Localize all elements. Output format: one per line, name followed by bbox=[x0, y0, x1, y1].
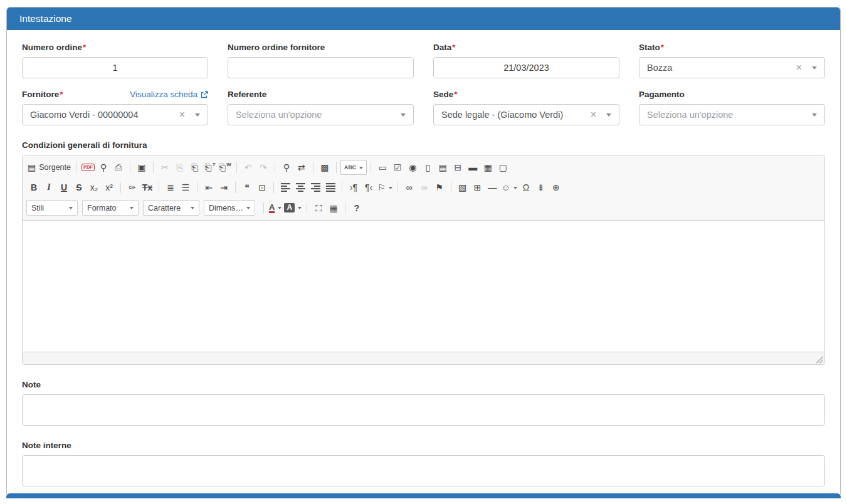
spell-check-button[interactable]: ABC bbox=[340, 160, 367, 175]
smiley-button[interactable]: ☺ bbox=[500, 180, 518, 195]
italic-button[interactable]: I bbox=[41, 180, 56, 195]
subscript-button[interactable]: x₂ bbox=[87, 180, 102, 195]
copy-formatting-button[interactable]: ✑ bbox=[125, 180, 140, 195]
div-container-button[interactable]: ⊡ bbox=[255, 180, 270, 195]
text-field-button[interactable]: ▯ bbox=[420, 160, 435, 175]
required-asterisk: * bbox=[452, 43, 455, 52]
checkbox-button[interactable]: ☑ bbox=[390, 160, 405, 175]
templates-button[interactable]: ▣ bbox=[134, 160, 149, 175]
language-button[interactable]: ⚐ bbox=[376, 180, 394, 195]
maximize-button[interactable]: ⛶ bbox=[311, 201, 326, 216]
sede-select[interactable]: Sede legale - (Giacomo Verdi) × bbox=[433, 104, 619, 125]
iframe-button[interactable]: ⊕ bbox=[549, 180, 564, 195]
text-direction-rtl-button[interactable]: ¶‹ bbox=[361, 180, 376, 195]
find-icon: ⚲ bbox=[283, 163, 290, 172]
cut-button[interactable]: ✂ bbox=[157, 160, 172, 175]
page-break-button[interactable]: ⇟ bbox=[534, 180, 549, 195]
text-color-button[interactable]: A bbox=[268, 201, 283, 216]
chevron-down-icon bbox=[812, 66, 817, 72]
align-center-button[interactable] bbox=[293, 180, 308, 195]
print-button[interactable]: ⎙ bbox=[111, 160, 126, 175]
special-character-button[interactable]: Ω bbox=[518, 180, 534, 195]
decrease-indent-button[interactable]: ⇤ bbox=[201, 180, 216, 195]
radio-button-button[interactable]: ◉ bbox=[405, 160, 420, 175]
chevron-down-icon bbox=[359, 167, 363, 171]
link-button[interactable]: ∞ bbox=[402, 180, 417, 195]
font-combo[interactable]: Carattere bbox=[143, 200, 199, 216]
strikethrough-button[interactable]: S bbox=[71, 180, 87, 195]
source-label: Sorgente bbox=[39, 163, 71, 172]
remove-format-button[interactable]: Tx bbox=[140, 180, 155, 195]
blockquote-button[interactable]: ❝ bbox=[239, 180, 255, 195]
image-button-button[interactable]: ▦ bbox=[480, 160, 495, 175]
unlink-button[interactable]: ∞ bbox=[417, 180, 432, 195]
redo-button[interactable]: ↷ bbox=[256, 160, 271, 175]
select-all-button[interactable]: ▩ bbox=[317, 160, 332, 175]
image-button[interactable]: ▧ bbox=[455, 180, 470, 195]
button-field-button[interactable]: ▬ bbox=[465, 160, 480, 175]
form-button[interactable]: ▭ bbox=[375, 160, 390, 175]
paste-as-text-button[interactable]: ⎗T bbox=[203, 160, 218, 175]
clear-icon[interactable]: × bbox=[591, 110, 596, 120]
textarea-field-button[interactable]: ▤ bbox=[435, 160, 450, 175]
anchor-icon: ⚑ bbox=[435, 183, 443, 192]
chevron-down-icon bbox=[606, 113, 611, 119]
hidden-field-button[interactable]: ▢ bbox=[495, 160, 510, 175]
stato-selected-value: Bozza bbox=[647, 63, 791, 73]
copy-button[interactable]: ⎘ bbox=[172, 160, 187, 175]
bulleted-list-button[interactable]: ☰ bbox=[178, 180, 193, 195]
fornitore-select[interactable]: Giacomo Verdi - 00000004 × bbox=[22, 104, 208, 125]
panel-header: Intestazione bbox=[7, 8, 840, 30]
note-interne-input[interactable] bbox=[22, 455, 825, 486]
increase-indent-button[interactable]: ⇥ bbox=[216, 180, 231, 195]
numero-ordine-fornitore-input[interactable] bbox=[228, 57, 414, 78]
undo-button[interactable]: ↶ bbox=[241, 160, 256, 175]
pagamento-select[interactable]: Seleziona un'opzione bbox=[639, 104, 825, 125]
background-color-button[interactable]: A bbox=[283, 201, 303, 216]
next-panel-header-strip[interactable] bbox=[6, 493, 841, 498]
paste-button[interactable]: ⎗ bbox=[187, 160, 203, 175]
source-button[interactable]: ▤Sorgente bbox=[26, 160, 72, 175]
stato-label: Stato* bbox=[639, 43, 825, 53]
align-left-button[interactable] bbox=[278, 180, 293, 195]
about-button[interactable]: ? bbox=[349, 201, 364, 216]
align-justify-button[interactable] bbox=[323, 180, 338, 195]
horizontal-rule-button[interactable]: ― bbox=[485, 180, 500, 195]
preview-button[interactable]: ⚲ bbox=[96, 160, 111, 175]
note-input[interactable] bbox=[22, 394, 825, 426]
visualizza-scheda-link[interactable]: Visualizza scheda bbox=[130, 90, 208, 100]
data-input[interactable] bbox=[433, 57, 619, 78]
bold-button[interactable]: B bbox=[26, 180, 41, 195]
referente-select[interactable]: Seleziona un'opzione bbox=[228, 104, 414, 125]
font-size-combo[interactable]: Dimensi... bbox=[204, 200, 255, 216]
subscript-icon: x₂ bbox=[90, 183, 98, 192]
chevron-down-icon bbox=[812, 113, 817, 119]
numero-ordine-input[interactable] bbox=[22, 57, 208, 78]
superscript-button[interactable]: x² bbox=[102, 180, 117, 195]
text-field-icon: ▯ bbox=[425, 163, 430, 172]
table-button[interactable]: ⊞ bbox=[470, 180, 485, 195]
sede-label: Sede* bbox=[433, 90, 619, 100]
anchor-button[interactable]: ⚑ bbox=[432, 180, 447, 195]
export-pdf-button[interactable]: PDF bbox=[80, 160, 96, 175]
styles-label: Stili bbox=[31, 204, 44, 213]
replace-button[interactable]: ⇄ bbox=[294, 160, 309, 175]
paste-from-word-button[interactable]: ⎗W bbox=[218, 160, 233, 175]
underline-button[interactable]: U bbox=[56, 180, 71, 195]
editor-content[interactable] bbox=[23, 221, 824, 352]
clear-icon[interactable]: × bbox=[179, 110, 185, 120]
toolbar-separator bbox=[275, 162, 275, 173]
stato-select[interactable]: Bozza × bbox=[639, 57, 825, 78]
resize-grip[interactable] bbox=[816, 355, 823, 363]
format-combo[interactable]: Formato bbox=[82, 200, 139, 216]
align-right-button[interactable] bbox=[308, 180, 323, 195]
numbered-list-button[interactable]: ≣ bbox=[163, 180, 178, 195]
show-blocks-button[interactable]: ▦ bbox=[326, 201, 341, 216]
styles-combo[interactable]: Stili bbox=[26, 200, 78, 216]
find-button[interactable]: ⚲ bbox=[279, 160, 294, 175]
clear-icon[interactable]: × bbox=[796, 63, 802, 73]
field-referente: Referente Seleziona un'opzione bbox=[228, 90, 414, 125]
text-direction-ltr-button[interactable]: ›¶ bbox=[346, 180, 361, 195]
select-field-button[interactable]: ⊟ bbox=[450, 160, 465, 175]
numbered-list-icon: ≣ bbox=[167, 183, 174, 192]
